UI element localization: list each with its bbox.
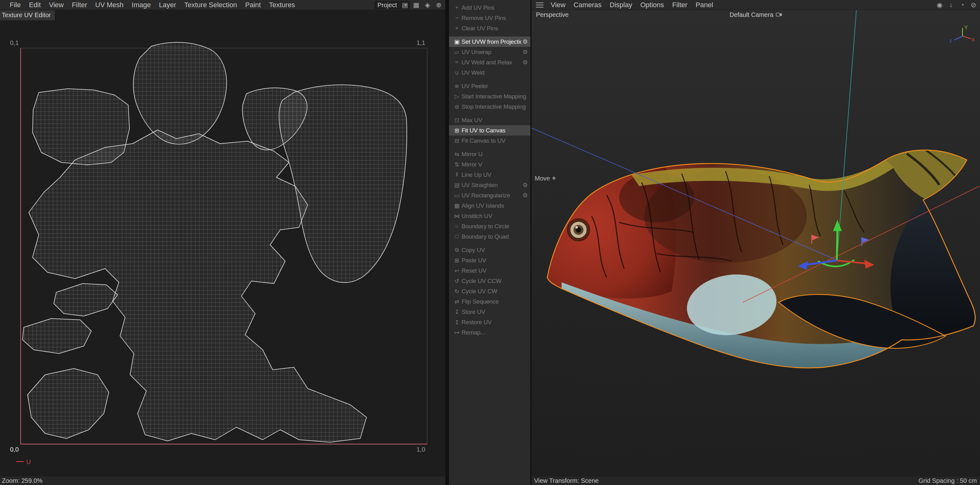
uv-island[interactable] [22,319,91,353]
toolbar-item[interactable]: ↥ Restore UV [449,317,530,327]
uv-island[interactable] [279,85,407,283]
toolbar-item[interactable]: − Remove UV Pins [449,13,530,23]
menu-item[interactable]: UV Mesh [91,1,127,9]
toolbar-item[interactable]: ⊡ Max UV [449,115,530,125]
grid-icon[interactable]: ▦ [412,1,420,9]
toolbar-item-label: Align UV Islands [461,202,528,209]
toolbar-item[interactable]: ≋ UV Peeler [449,81,530,91]
toolbar-item[interactable]: ▦ Align UV Islands [449,200,530,211]
menu-item[interactable]: Cameras [570,1,605,9]
slash-circle-icon[interactable]: ⊘ [969,1,977,9]
toolbar-item[interactable]: ⋈ Unstitch UV [449,211,530,221]
remap-icon: ↦ [452,329,461,336]
toolbar-item[interactable]: ⧉ Copy UV [449,245,530,255]
menu-item[interactable]: Filter [668,1,692,9]
menu-item[interactable]: Layer [155,1,180,9]
pin-icon[interactable]: ⊕ [435,1,443,9]
uv-island[interactable] [27,369,109,439]
fish-eye [568,219,589,241]
menu-item[interactable]: Edit [25,1,45,9]
menu-item[interactable]: View [547,1,570,9]
menu-item[interactable]: Options [636,1,668,9]
sphere-icon[interactable]: ◉ [935,1,944,9]
clock-icon[interactable]: ◔ [958,1,966,9]
toolbar-item[interactable]: ‖ Line Up UV [449,170,530,180]
toolbar-item[interactable]: ⊠ Paste UV [449,255,530,265]
menubar-left: FileEditViewFilterUV MeshImageLayerTextu… [6,1,299,9]
toolbar-item-label: Fit UV to Canvas [461,127,528,134]
toolbar-item[interactable]: ≈ UV Weld and Relax ⚙ [449,57,530,67]
gear-icon[interactable]: ⚙ [522,38,528,45]
toolbar-item[interactable]: ○ Boundary to Circle [449,221,530,231]
toolbar-item[interactable]: ↧ Store UV [449,307,530,317]
restore-uv-icon: ↥ [452,319,461,326]
toolbar-item[interactable]: ⇅ Mirror V [449,159,530,170]
toolbar-item-label: Stop Interactive Mapping [461,103,528,110]
uv-island[interactable] [133,43,226,144]
straighten-icon: ▤ [452,182,461,189]
gear-icon[interactable]: ⚙ [522,192,528,199]
toolbar-item[interactable]: ↺ Cycle UV CCW [449,276,530,286]
uv-corner-top-left: 0,1 [10,40,19,46]
fit-uv-canvas-icon: ⊞ [452,127,461,134]
toolbar-item[interactable]: ▭ UV Rectangularize ⚙ [449,190,530,200]
toolbar-item[interactable]: ⊘ Stop Interactive Mapping [449,101,530,112]
toolbar-item[interactable]: ↩ Reset UV [449,265,530,276]
graph-icon[interactable]: ▤ [401,1,409,9]
gear-icon[interactable]: ⚙ [522,181,528,189]
menu-item[interactable]: Image [127,1,155,9]
viewport-toolbar-icons: ◉↓◔⊘ [935,0,977,10]
toolbar-item[interactable]: ⊞ Fit UV to Canvas [449,125,530,136]
toolbar-item[interactable]: ▷ Start Interactive Mapping [449,91,530,101]
hamburger-icon[interactable] [536,3,544,8]
mirror-v-icon: ⇅ [452,161,461,168]
uv-canvas[interactable]: 0,1 1,1 0,0 1,0 U [0,10,445,476]
toolbar-item[interactable]: ⊟ Fit Canvas to UV [449,136,530,146]
uv-canvas-svg[interactable]: 0,1 1,1 0,0 1,0 U [0,10,445,476]
u-axis-label: U [26,458,31,465]
toolbar-item[interactable]: ▤ UV Straighten ⚙ [449,180,530,190]
toolbar-item[interactable]: ∪ UV Weld [449,67,530,78]
toolbar-item-label: Boundary to Quad [461,233,528,240]
axis-orientation-gizmo[interactable]: Y x z [946,24,974,46]
gear-icon[interactable]: ⚙ [522,59,528,66]
toolbar-item[interactable]: + Add UV Pins [449,3,530,13]
axis-z-label: z [949,38,952,43]
toolbar-item[interactable]: ⇆ Mirror U [449,149,530,159]
fish-model[interactable] [547,150,975,368]
camera-name-label[interactable]: Default Camera [730,11,773,18]
toolbar-item[interactable]: □ Boundary to Quad [449,231,530,242]
menu-item[interactable]: Textures [265,1,299,9]
uv-editor-menubar: FileEditViewFilterUV MeshImageLayerTextu… [0,0,445,10]
menu-item[interactable]: Display [606,1,636,9]
toolbar-item-label: UV Rectangularize [461,192,521,199]
toolbar-item[interactable]: ↻ Cycle UV CW [449,286,530,296]
viewport-3d[interactable]: Move+ Y x z [531,10,980,476]
gear-icon[interactable]: ⚙ [522,48,528,55]
gizmo-y-arrow[interactable] [837,228,837,260]
menu-item[interactable]: View [45,1,68,9]
menu-item[interactable]: File [6,1,25,9]
down-arrow-icon[interactable]: ↓ [947,1,955,9]
toolbar-item[interactable]: ⇄ Flip Sequence [449,296,530,307]
toolbar-item[interactable]: × Clear UV Pins [449,23,530,33]
axis-x-label: x [972,37,974,42]
move-icon: + [552,174,556,182]
uv-island[interactable] [54,284,118,316]
line-up-icon: ‖ [452,171,461,178]
toolbar-item-label: Clear UV Pins [461,25,528,32]
hand-icon[interactable]: ◈ [423,1,431,9]
camera-icon[interactable] [776,13,782,17]
toolbar-item-label: Cycle UV CCW [461,277,528,285]
toolbar-item[interactable]: ↦ Remap... [449,327,530,338]
menu-item[interactable]: Paint [241,1,265,9]
menu-item[interactable]: Panel [691,1,717,9]
toolbar-item[interactable]: ▣ Set UVW from Projection ⚙ [449,36,530,47]
grid-spacing-label: Grid Spacing : 50 cm [918,477,977,484]
toolbar-item-label: Boundary to Circle [461,223,528,230]
menu-item[interactable]: Filter [68,1,91,9]
menu-item[interactable]: Texture Selection [180,1,241,9]
toolbar-item[interactable]: ▱ UV Unwrap ⚙ [449,47,530,57]
toolbar-item-label: Mirror U [461,151,528,158]
projection-icon: ▣ [452,38,461,45]
